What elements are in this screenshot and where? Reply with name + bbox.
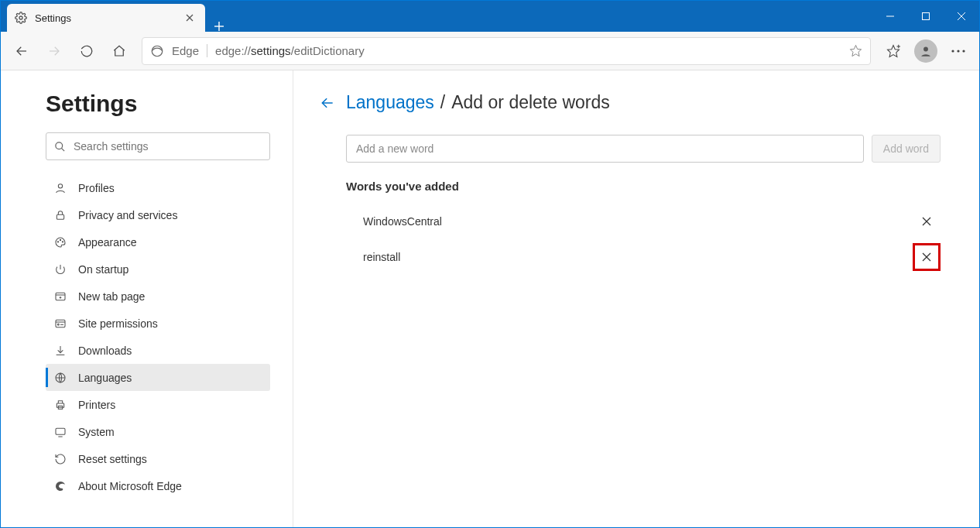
address-url: edge://settings/editDictionary [215,44,365,57]
svg-rect-39 [57,403,63,407]
nav-downloads[interactable]: Downloads [46,337,270,364]
tab-title: Settings [35,12,71,24]
minimize-button[interactable] [872,1,908,32]
nav-label: Privacy and services [78,209,177,221]
words-section-title: Words you've added [346,180,941,193]
nav-system[interactable]: System [46,418,270,445]
settings-nav: Profiles Privacy and services Appearance… [46,174,270,499]
svg-point-25 [57,241,58,242]
breadcrumb: Languages / Add or delete words [320,92,941,113]
browser-tab[interactable]: Settings [7,4,205,32]
word-text: reinstall [363,251,913,263]
nav-site-permissions[interactable]: Site permissions [46,310,270,337]
lock-icon [53,209,67,221]
nav-label: Printers [78,399,115,411]
nav-label: System [78,426,115,438]
download-icon [53,345,67,357]
svg-line-22 [61,148,64,151]
svg-point-34 [57,324,59,325]
breadcrumb-current: Add or delete words [451,92,610,113]
profile-avatar[interactable] [914,39,937,63]
svg-point-0 [19,16,22,19]
nav-label: Profiles [78,182,115,194]
nav-printers[interactable]: Printers [46,391,270,418]
edge-icon [53,480,67,492]
svg-rect-6 [923,13,930,20]
favorites-button[interactable] [879,36,908,66]
address-bar[interactable]: Edge edge://settings/editDictionary [142,37,871,65]
breadcrumb-separator: / [440,92,445,113]
close-window-button[interactable] [944,1,979,32]
breadcrumb-link[interactable]: Languages [346,92,434,113]
gear-icon [15,12,27,24]
window-controls [872,1,979,32]
nav-appearance[interactable]: Appearance [46,228,270,255]
new-tab-button[interactable] [205,21,233,32]
svg-point-21 [56,142,63,149]
delete-word-button[interactable] [913,207,941,235]
refresh-button[interactable] [72,36,101,66]
languages-icon [53,372,67,384]
nav-label: Downloads [78,345,132,357]
add-word-button[interactable]: Add word [872,135,941,163]
settings-search-input[interactable] [74,140,262,153]
nav-newtab[interactable]: New tab page [46,283,270,310]
svg-point-19 [957,50,959,52]
word-row: reinstall [346,239,941,275]
address-scheme-label: Edge [172,44,207,57]
svg-point-26 [60,239,60,240]
add-word-input[interactable] [346,135,864,163]
nav-label: Reset settings [78,453,147,465]
nav-profiles[interactable]: Profiles [46,174,270,201]
svg-marker-13 [888,45,899,57]
title-bar: Settings [1,1,979,32]
search-icon [54,141,66,153]
svg-point-18 [951,50,954,52]
reset-icon [53,453,67,465]
nav-label: About Microsoft Edge [78,480,182,492]
nav-label: New tab page [78,290,145,303]
nav-privacy[interactable]: Privacy and services [46,201,270,228]
tab-strip: Settings [1,1,233,32]
system-icon [53,426,67,438]
forward-button [39,36,69,66]
svg-rect-24 [57,214,63,219]
main-panel: Languages / Add or delete words Add word… [293,70,979,527]
power-icon [53,263,67,276]
home-button[interactable] [105,36,134,66]
nav-startup[interactable]: On startup [46,255,270,283]
more-menu-button[interactable] [944,36,973,66]
nav-label: Languages [78,372,132,384]
word-row: WindowsCentral [346,204,941,239]
maximize-button[interactable] [908,1,944,32]
nav-label: On startup [78,263,128,276]
nav-label: Appearance [78,236,137,249]
permissions-icon [53,317,67,330]
person-icon [53,182,67,194]
add-word-row: Add word [346,135,941,163]
nav-reset[interactable]: Reset settings [46,445,270,472]
svg-marker-12 [850,45,861,56]
breadcrumb-back-button[interactable] [320,95,335,111]
svg-point-23 [58,183,62,187]
favorite-star-icon[interactable] [849,44,862,57]
svg-rect-41 [56,428,65,434]
delete-word-button[interactable] [913,243,941,271]
svg-point-11 [152,46,163,57]
printer-icon [53,399,67,411]
svg-point-20 [962,50,965,52]
svg-rect-32 [56,320,65,327]
tab-close-button[interactable] [183,12,196,24]
nav-about[interactable]: About Microsoft Edge [46,472,270,499]
nav-label: Site permissions [78,317,158,330]
word-text: WindowsCentral [363,215,913,228]
toolbar: Edge edge://settings/editDictionary [1,32,979,70]
svg-point-27 [62,241,63,242]
palette-icon [53,236,67,249]
settings-search[interactable] [46,132,270,160]
newtab-icon [53,290,67,303]
settings-heading: Settings [46,91,269,117]
nav-languages[interactable]: Languages [46,364,270,391]
back-button[interactable] [7,36,36,66]
svg-point-17 [923,46,928,51]
